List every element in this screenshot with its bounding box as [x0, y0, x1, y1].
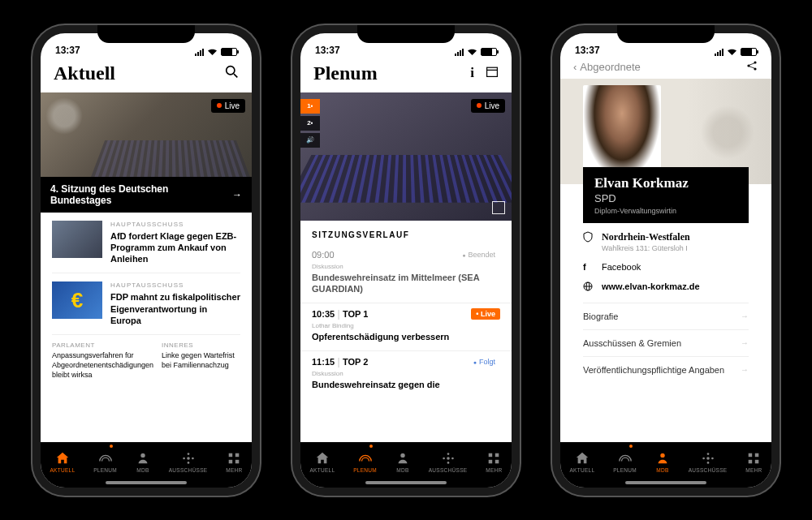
- news-category: HAUPTAUSSCHUSS: [110, 281, 240, 289]
- home-indicator[interactable]: [625, 481, 706, 484]
- tab-mdb[interactable]: MDB: [395, 451, 410, 473]
- home-indicator[interactable]: [106, 481, 187, 484]
- chevron-left-icon: ‹: [573, 61, 577, 73]
- agenda-item[interactable]: 10:35 | TOP 1 • Live Lothar Binding Opfe…: [300, 303, 512, 351]
- phone-plenum: 13:37 Plenum i 1▪ 2▪ 🔊: [292, 25, 520, 496]
- link-ausschuesse[interactable]: Ausschüssen & Gremien →: [583, 329, 749, 356]
- tab-ausschuesse[interactable]: AUSSCHÜSSE: [169, 451, 208, 473]
- news-item[interactable]: HAUPTAUSSCHUSS FDP mahnt zu fiskalpoliti…: [52, 273, 240, 335]
- svg-point-6: [187, 453, 189, 455]
- link-veroeffentlichungen[interactable]: Veröffentlichungspflichtige Angaben →: [583, 356, 749, 383]
- agenda-time: 09:00: [312, 250, 335, 260]
- mini-news-item[interactable]: PARLAMENT Anpassungsverfahren für Abgeor…: [52, 342, 153, 380]
- tab-mdb[interactable]: MDB: [655, 451, 670, 473]
- header: Aktuell: [41, 58, 252, 92]
- back-button[interactable]: ‹ Abgeordnete: [573, 61, 641, 73]
- profile-name: Elvan Korkmaz: [594, 175, 737, 191]
- committees-icon: [181, 451, 196, 466]
- video-player[interactable]: 1▪ 2▪ 🔊 Live: [300, 92, 512, 221]
- fullscreen-icon[interactable]: [492, 201, 505, 214]
- agenda-top: TOP 1: [343, 309, 368, 319]
- phone-profile: 13:37 ‹ Abgeordnete: [552, 25, 780, 496]
- info-icon[interactable]: i: [470, 65, 474, 81]
- profile-name-box: Elvan Korkmaz SPD Diplom-Verwaltungswirt…: [583, 167, 749, 223]
- page-title: Aktuell: [54, 62, 115, 84]
- news-category: HAUPTAUSSCHUSS: [110, 221, 240, 228]
- svg-point-33: [706, 457, 710, 460]
- svg-point-17: [451, 458, 454, 460]
- agenda-time: 11:15: [312, 357, 335, 367]
- calendar-icon[interactable]: [486, 65, 499, 81]
- bundesadler-icon: [698, 103, 757, 161]
- tab-aktuell[interactable]: AKTUELL: [50, 451, 75, 473]
- chevron-right-icon: →: [741, 312, 749, 320]
- mini-news-item[interactable]: INNERES Linke gegen Wartefrist bei Famil…: [162, 342, 240, 380]
- home-icon: [315, 451, 330, 466]
- search-icon[interactable]: [225, 65, 239, 82]
- profile-party: SPD: [594, 192, 737, 204]
- battery-icon: [221, 48, 237, 56]
- svg-point-15: [447, 457, 450, 460]
- camera-1-button[interactable]: 1▪: [300, 99, 320, 114]
- bundesadler-icon: [45, 97, 83, 135]
- svg-point-0: [227, 66, 235, 74]
- person-icon: [395, 451, 410, 466]
- svg-rect-38: [749, 453, 753, 458]
- tab-mehr[interactable]: MEHR: [745, 451, 762, 473]
- profile-photo: [583, 85, 661, 179]
- svg-point-18: [447, 453, 449, 455]
- audio-button[interactable]: 🔊: [300, 133, 320, 148]
- svg-rect-41: [755, 460, 759, 464]
- more-icon: [486, 451, 501, 466]
- content: Elvan Korkmaz SPD Diplom-Verwaltungswirt…: [560, 79, 771, 442]
- plenum-icon: [98, 451, 113, 466]
- camera-2-button[interactable]: 2▪: [300, 116, 320, 131]
- agenda-item[interactable]: 11:15 | TOP 2 Folgt Diskussion Bundesweh…: [300, 351, 512, 398]
- tab-mehr[interactable]: MEHR: [226, 451, 242, 473]
- globe-icon: [583, 281, 594, 293]
- person-icon: [655, 451, 670, 466]
- share-icon[interactable]: [745, 59, 758, 75]
- svg-rect-21: [495, 453, 499, 458]
- home-icon: [575, 451, 590, 466]
- screen: 13:37 ‹ Abgeordnete: [560, 33, 771, 488]
- profile-website-row[interactable]: www.elvan-korkmaz.de: [583, 281, 749, 293]
- notch: [97, 25, 195, 43]
- tab-mdb[interactable]: MDB: [136, 451, 150, 473]
- svg-point-35: [711, 458, 714, 460]
- home-indicator[interactable]: [365, 481, 447, 484]
- svg-point-16: [443, 458, 445, 460]
- agenda-item[interactable]: 09:00 Beendet Diskussion Bundeswehreinsa…: [300, 244, 512, 304]
- mini-news: PARLAMENT Anpassungsverfahren für Abgeor…: [41, 335, 252, 380]
- status-live: • Live: [471, 308, 500, 320]
- svg-rect-12: [487, 67, 498, 76]
- agenda-time: 10:35: [312, 309, 335, 319]
- feature-caption[interactable]: 4. Sitzung des Deutschen Bundestages →: [41, 177, 252, 213]
- video-source-controls: 1▪ 2▪ 🔊: [300, 99, 320, 148]
- svg-line-28: [749, 66, 754, 67]
- chevron-right-icon: →: [741, 338, 749, 347]
- tab-aktuell[interactable]: AKTUELL: [569, 451, 594, 473]
- tab-ausschuesse[interactable]: AUSSCHÜSSE: [429, 451, 468, 473]
- status-ended: Beendet: [457, 249, 500, 260]
- committees-icon: [441, 451, 456, 466]
- news-item[interactable]: HAUPTAUSSCHUSS AfD fordert Klage gegen E…: [52, 213, 240, 274]
- svg-point-19: [447, 462, 449, 464]
- plenum-icon: [358, 451, 373, 466]
- live-badge: Live: [471, 99, 505, 113]
- svg-point-2: [140, 453, 145, 458]
- news-title: FDP mahnt zu fiskalpolitischer Eigenvera…: [110, 291, 240, 326]
- tab-aktuell[interactable]: AKTUELL: [309, 451, 335, 473]
- profile-social-row[interactable]: f Facebook: [583, 262, 749, 272]
- tab-ausschuesse[interactable]: AUSSCHÜSSE: [689, 451, 728, 473]
- link-biografie[interactable]: Biografie →: [583, 303, 749, 329]
- tab-plenum[interactable]: PLENUM: [613, 451, 637, 473]
- svg-point-4: [183, 458, 185, 460]
- tab-plenum[interactable]: PLENUM: [353, 451, 377, 473]
- tab-mehr[interactable]: MEHR: [486, 451, 502, 473]
- tab-plenum[interactable]: PLENUM: [93, 451, 117, 473]
- feature-hero[interactable]: Live 4. Sitzung des Deutschen Bundestage…: [41, 92, 252, 213]
- page-title: Plenum: [313, 62, 378, 84]
- svg-rect-22: [489, 460, 493, 464]
- home-icon: [55, 451, 70, 466]
